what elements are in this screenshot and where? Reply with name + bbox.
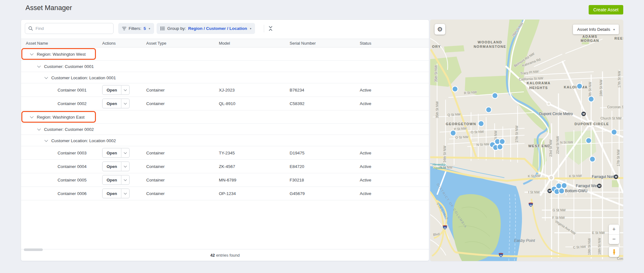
map-label: 18th St NW [597, 238, 601, 255]
open-button[interactable]: Open [102, 148, 130, 158]
open-button[interactable]: Open [102, 162, 130, 171]
open-button-label[interactable]: Open [103, 176, 121, 185]
column-header[interactable]: Model [219, 41, 230, 46]
asset-map-marker[interactable] [611, 129, 617, 135]
asset-map-marker[interactable] [450, 130, 456, 136]
chevron-down-icon [124, 88, 127, 91]
group-row[interactable]: Customer Location: Location 0001 [21, 72, 429, 83]
open-dropdown-button[interactable] [121, 176, 129, 185]
open-button[interactable]: Open [102, 99, 130, 109]
entries-count: 42 [210, 253, 215, 258]
asset-info-details-button[interactable]: Asset Info Details ▾ [573, 25, 619, 34]
map-label: NORMANSTONE [474, 45, 506, 48]
asset-map-marker[interactable] [492, 93, 498, 98]
column-header[interactable]: Serial Number [290, 41, 316, 46]
open-button-label[interactable]: Open [103, 148, 121, 158]
asset-map-marker[interactable] [452, 86, 458, 92]
asset-row[interactable]: Container 0005OpenContainerMN-6789F30218… [21, 173, 429, 187]
chevron-down-icon [124, 102, 127, 105]
open-button-label[interactable]: Open [103, 189, 121, 198]
column-header[interactable]: Status [360, 41, 371, 46]
svg-text:66: 66 [444, 227, 446, 229]
open-dropdown-button[interactable] [121, 162, 129, 171]
map-label: K St NW [569, 174, 582, 178]
asset-map-marker[interactable] [478, 121, 484, 126]
details-label: Asset Info Details [577, 27, 610, 32]
open-button-label[interactable]: Open [103, 86, 121, 95]
open-button[interactable]: Open [102, 85, 130, 95]
group-by-value: Region / Customer / Location [188, 26, 247, 31]
asset-row[interactable]: Container 0003OpenContainerTY-2345D19475… [21, 146, 429, 160]
asset-status: Active [360, 101, 371, 106]
column-header[interactable]: Asset Type [146, 41, 166, 46]
map-label: KALORAMA [527, 81, 551, 85]
collapse-all-button[interactable] [267, 25, 274, 33]
chevron-down-icon[interactable] [30, 52, 33, 55]
open-dropdown-button[interactable] [121, 86, 129, 95]
asset-name: Container 0003 [58, 151, 86, 155]
map-label: G St NW [552, 208, 566, 212]
open-button[interactable]: Open [102, 175, 130, 185]
asset-map-marker[interactable] [561, 183, 567, 188]
map-panel[interactable]: 666666 ORYWOODLANDNORMANSTONEADAMSMORGAN… [430, 20, 623, 261]
pegman-button[interactable] [609, 247, 619, 257]
open-dropdown-button[interactable] [121, 189, 129, 198]
zoom-in-button[interactable]: + [609, 225, 619, 234]
asset-table-panel: Filters: 5 ▾ Group by: Region / Customer… [21, 20, 429, 261]
asset-row[interactable]: Container 0001OpenContainerXJ-2023B76234… [21, 83, 429, 97]
asset-map-marker[interactable] [486, 107, 491, 113]
group-row[interactable]: Customer: Customer 0001 [21, 61, 429, 72]
group-row[interactable]: Customer Location: Location 0002 [21, 135, 429, 146]
map-label: Constitution Ave NW [617, 257, 623, 260]
group-row[interactable]: Region: Washington West [21, 47, 429, 61]
asset-map-marker[interactable] [559, 188, 564, 194]
metro-station-icon: M [614, 175, 618, 179]
asset-serial: F30218 [290, 178, 304, 182]
chevron-down-icon[interactable] [44, 75, 48, 79]
asset-status: Active [360, 164, 371, 169]
group-label: Region: Washington West [37, 52, 86, 56]
find-input[interactable] [36, 26, 110, 31]
open-button[interactable]: Open [102, 189, 130, 198]
asset-row[interactable]: Container 0006OpenContainerOP-1234G45679… [21, 187, 429, 200]
filters-button[interactable]: Filters: 5 ▾ [118, 23, 154, 34]
horizontal-scrollbar-thumb[interactable] [24, 248, 43, 251]
asset-map-marker[interactable] [588, 96, 594, 102]
asset-row[interactable]: Container 0004OpenContainerZK-4567E84720… [21, 160, 429, 173]
map-label: Church St NW [600, 116, 621, 120]
open-dropdown-button[interactable] [121, 99, 129, 108]
create-asset-button[interactable]: Create Asset [589, 5, 623, 14]
search-box[interactable] [25, 23, 114, 34]
asset-serial: G45679 [290, 191, 305, 196]
map-label: 35th St NW [435, 101, 439, 118]
asset-map-marker[interactable] [577, 83, 582, 89]
asset-name: Container 0001 [58, 88, 86, 92]
asset-map-marker[interactable] [586, 138, 591, 143]
asset-model: OP-1234 [219, 191, 236, 196]
chevron-down-icon[interactable] [37, 64, 41, 67]
map-settings-button[interactable]: ⚙ [435, 24, 445, 35]
group-row[interactable]: Region: Washington East [21, 110, 429, 124]
map-label: E St NW [592, 231, 605, 235]
open-button-label[interactable]: Open [103, 162, 121, 171]
asset-map-marker[interactable] [590, 156, 595, 162]
column-header[interactable]: Asset Name [26, 41, 48, 46]
zoom-out-button[interactable]: − [609, 235, 619, 244]
group-row[interactable]: Customer: Customer 0002 [21, 124, 429, 135]
map-label: 35th St NW [434, 65, 438, 82]
open-dropdown-button[interactable] [121, 148, 129, 158]
asset-map-marker[interactable] [499, 139, 505, 144]
asset-serial: E84720 [290, 164, 304, 169]
open-button-label[interactable]: Open [103, 99, 121, 108]
group-by-button[interactable]: Group by: Region / Customer / Location ▾ [157, 23, 255, 34]
asset-type: Container [146, 151, 165, 155]
column-header[interactable]: Actions [102, 41, 116, 46]
chevron-down-icon[interactable] [44, 138, 48, 142]
chevron-down-icon[interactable] [30, 114, 33, 118]
asset-row[interactable]: Container 0002OpenContainerQL-8910C58392… [21, 97, 429, 110]
asset-map-marker[interactable] [497, 144, 503, 150]
asset-model: XJ-2023 [219, 88, 235, 92]
chevron-down-icon[interactable] [37, 127, 41, 130]
map-canvas[interactable]: 666666 ORYWOODLANDNORMANSTONEADAMSMORGAN… [430, 20, 623, 261]
chevron-down-icon [124, 192, 127, 195]
